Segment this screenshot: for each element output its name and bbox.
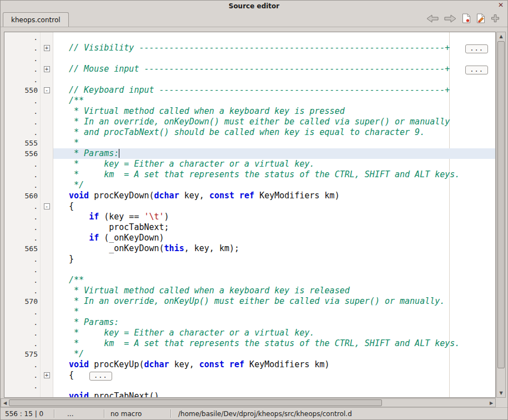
fold-column bbox=[40, 191, 53, 201]
fold-column[interactable]: + bbox=[40, 370, 53, 381]
code-line[interactable]: . * key = Either a character or a virtua… bbox=[4, 328, 495, 338]
code-line[interactable]: . */ bbox=[4, 180, 495, 191]
caret-position-status: 556 : 15 | 0 bbox=[1, 410, 54, 418]
code-line[interactable]: . bbox=[4, 53, 495, 64]
code-line[interactable]: 575 */ bbox=[4, 349, 495, 359]
vertical-scrollbar-thumb[interactable] bbox=[497, 41, 505, 368]
horizontal-scrollbar-track[interactable] bbox=[9, 399, 487, 407]
fold-expand-icon[interactable]: + bbox=[44, 45, 50, 51]
line-number: . bbox=[4, 254, 40, 264]
fold-column[interactable]: - bbox=[40, 201, 53, 212]
code-line[interactable]: .} bbox=[4, 254, 495, 264]
line-number: . bbox=[4, 212, 40, 222]
scroll-left-icon[interactable]: ◀ bbox=[1, 399, 9, 407]
nav-back-icon[interactable] bbox=[426, 14, 439, 23]
line-number: 555 bbox=[4, 138, 40, 148]
fold-column bbox=[40, 338, 53, 349]
fold-column[interactable]: - bbox=[40, 85, 53, 96]
code-text: {... bbox=[53, 370, 495, 381]
code-line[interactable]: . * km = A set that represents the statu… bbox=[4, 338, 495, 349]
vertical-scrollbar[interactable]: ▲ ▼ bbox=[496, 32, 506, 398]
save-document-icon[interactable] bbox=[476, 13, 485, 23]
code-line[interactable]: .void procKeyUp(dchar key, const ref Key… bbox=[4, 359, 495, 370]
fold-column bbox=[40, 212, 53, 222]
line-number: . bbox=[4, 64, 40, 74]
scroll-right-icon[interactable]: ▶ bbox=[487, 399, 495, 407]
fold-expand-icon[interactable]: + bbox=[44, 372, 50, 378]
line-number: 570 bbox=[4, 296, 40, 307]
code-line[interactable]: . procTabNext; bbox=[4, 222, 495, 233]
fold-column bbox=[40, 296, 53, 307]
fold-column bbox=[40, 32, 53, 43]
code-text: /** bbox=[53, 275, 495, 286]
code-line[interactable]: 565 _onKeyDown(this, key, km); bbox=[4, 243, 495, 254]
nav-forward-icon[interactable] bbox=[444, 14, 456, 23]
code-text: /** bbox=[53, 96, 495, 106]
scroll-down-icon[interactable]: ▼ bbox=[497, 389, 505, 397]
code-line[interactable]: . * key = Either a character or a virtua… bbox=[4, 159, 495, 169]
code-line[interactable]: .+{... bbox=[4, 370, 495, 381]
code-line[interactable]: ./** bbox=[4, 275, 495, 286]
line-number: . bbox=[4, 169, 40, 180]
fold-collapse-icon[interactable]: - bbox=[44, 87, 50, 93]
code-line[interactable]: .-{ bbox=[4, 201, 495, 212]
fold-expand-icon[interactable]: + bbox=[44, 66, 50, 72]
fold-collapse-icon[interactable]: - bbox=[44, 203, 50, 209]
fold-column[interactable]: + bbox=[40, 64, 53, 74]
status-ellipsis: ... bbox=[55, 410, 104, 418]
file-path-status: /home/basile/Dev/dproj/kheops/src/kheops… bbox=[172, 410, 507, 418]
code-line[interactable]: . bbox=[4, 381, 495, 391]
fold-column[interactable]: + bbox=[40, 43, 53, 53]
horizontal-scrollbar[interactable]: ◀ ▶ bbox=[1, 398, 496, 407]
new-document-icon[interactable] bbox=[462, 13, 471, 23]
code-text: _onKeyDown(this, key, km); bbox=[53, 243, 495, 254]
scrollbar-corner bbox=[496, 398, 507, 407]
close-icon[interactable]: ✕ bbox=[498, 1, 504, 9]
collapsed-fold-indicator[interactable]: ... bbox=[465, 66, 488, 74]
code-line[interactable]: . * km = A set that represents the statu… bbox=[4, 169, 495, 180]
code-line[interactable]: . * Virtual method called when a keyboar… bbox=[4, 106, 495, 117]
code-line[interactable]: 550-// Keyboard input ------------------… bbox=[4, 85, 495, 96]
line-number: . bbox=[4, 338, 40, 349]
status-bar: 556 : 15 | 0 ... no macro /home/basile/D… bbox=[1, 407, 507, 419]
code-line[interactable]: . * In an override, onKeyDown() must eit… bbox=[4, 117, 495, 127]
code-line[interactable]: 560void procKeyDown(dchar key, const ref… bbox=[4, 191, 495, 201]
vertical-scrollbar-track[interactable] bbox=[497, 41, 505, 389]
fold-column bbox=[40, 159, 53, 169]
code-line[interactable]: . bbox=[4, 32, 495, 43]
code-line[interactable]: . bbox=[4, 264, 495, 275]
detach-icon[interactable] bbox=[491, 14, 500, 23]
code-line[interactable]: . * Virtual method called when a keyboar… bbox=[4, 286, 495, 296]
code-text bbox=[53, 381, 495, 391]
code-line[interactable]: . if (_onKeyDown) bbox=[4, 233, 495, 243]
horizontal-scrollbar-thumb[interactable] bbox=[9, 399, 382, 406]
line-number: . bbox=[4, 222, 40, 233]
code-line[interactable]: . if (key == '\t') bbox=[4, 212, 495, 222]
code-text: * km = A set that represents the status … bbox=[53, 338, 495, 349]
fold-column bbox=[40, 275, 53, 286]
code-line[interactable]: 556 * Params: bbox=[4, 148, 495, 159]
tab-kheops-control[interactable]: kheops.control bbox=[3, 12, 69, 27]
code-text: * In an override, onKeyDown() must eithe… bbox=[53, 117, 495, 127]
collapsed-fold-indicator[interactable]: ... bbox=[465, 44, 488, 53]
collapsed-fold-indicator[interactable]: ... bbox=[89, 372, 112, 381]
code-line[interactable]: 570 * In an override, onKeyUp() must eit… bbox=[4, 296, 495, 307]
code-editor[interactable]: ..+// Visibility -----------------------… bbox=[4, 32, 496, 398]
code-line[interactable]: .void procTabNext() bbox=[4, 391, 495, 398]
code-text bbox=[53, 74, 495, 85]
horizontal-scroll-region: ◀ ▶ bbox=[1, 398, 507, 407]
code-line[interactable]: . bbox=[4, 74, 495, 85]
titlebar[interactable]: Source editor ✕ bbox=[1, 1, 507, 11]
code-line[interactable]: 555 * bbox=[4, 138, 495, 148]
line-number: . bbox=[4, 117, 40, 127]
code-line[interactable]: . * Params: bbox=[4, 317, 495, 328]
fold-column bbox=[40, 127, 53, 138]
code-line[interactable]: . * and procTabNext() should be called w… bbox=[4, 127, 495, 138]
code-line[interactable]: .+// Mouse input -----------------------… bbox=[4, 64, 495, 74]
code-line[interactable]: .+// Visibility ------------------------… bbox=[4, 43, 495, 53]
line-number: . bbox=[4, 391, 40, 398]
code-line[interactable]: . * bbox=[4, 307, 495, 317]
fold-column bbox=[40, 233, 53, 243]
scroll-up-icon[interactable]: ▲ bbox=[497, 32, 505, 41]
code-line[interactable]: ./** bbox=[4, 96, 495, 106]
